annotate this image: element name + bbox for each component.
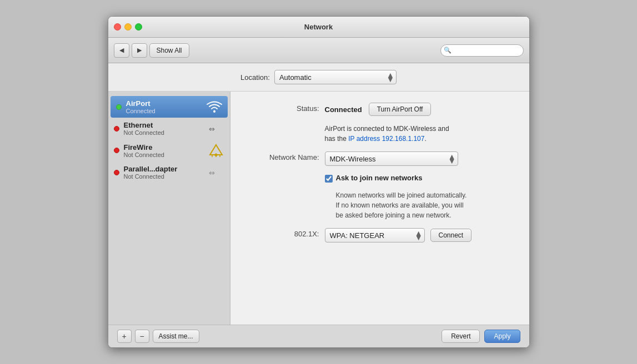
status-row: Status: Connected Turn AirPort Off [247,103,513,116]
svg-point-0 [213,110,215,113]
search-wrapper: 🔍 [440,44,524,57]
show-all-button[interactable]: Show All [149,43,189,58]
network-window: Network ◀ ▶ Show All 🔍 Location: Automat… [108,16,530,348]
network-name-select-wrapper: MDK-Wireless Other... Join Other Network… [325,151,458,166]
apply-button[interactable]: Apply [484,330,520,343]
location-bar: Location: Automatic Home Work Edit Locat… [108,63,529,92]
parallel-status: Not Connected [124,173,203,180]
network-name-select[interactable]: MDK-Wireless Other... Join Other Network… [325,151,458,166]
firewire-status: Not Connected [124,151,203,158]
bottom-left: + − Assist me... [117,330,199,343]
dot8021x-value: WPA: NETGEAR None ▲▼ Connect [325,228,513,242]
status-value-group: Connected Turn AirPort Off [325,103,513,116]
firewire-info: FireWire Not Connected [124,143,203,158]
ask-join-spacer [247,174,325,175]
airport-status-dot [116,104,122,110]
ethernet-status: Not Connected [124,129,203,136]
ethernet-icon: ⇔ [208,123,224,134]
svg-text:⇔: ⇔ [209,169,215,177]
ask-join-row: Ask to join new networks Known networks … [247,174,513,220]
ethernet-status-dot [114,126,119,132]
parallel-info: Parallel...dapter Not Connected [124,165,203,180]
network-name-row: Network Name: MDK-Wireless Other... Join… [247,151,513,166]
firewire-icon [208,143,224,158]
location-label: Location: [240,73,270,82]
main-content: AirPort Connected Ethernet Not Connected [108,92,529,325]
bottom-right: Revert Apply [442,330,520,343]
wifi-icon [207,101,222,113]
airport-name: AirPort [126,99,202,108]
status-connected: Connected [325,105,362,114]
sidebar-item-parallel[interactable]: Parallel...dapter Not Connected ⇔ [108,161,230,183]
sidebar: AirPort Connected Ethernet Not Connected [108,92,230,325]
dot8021x-select[interactable]: WPA: NETGEAR None [325,228,425,242]
titlebar: Network [108,17,529,38]
description-spacer [247,124,325,125]
location-select-wrapper: Automatic Home Work Edit Locations... ▲▼ [274,70,397,84]
ethernet-info: Ethernet Not Connected [124,121,203,136]
ask-join-description: Known networks will be joined automatica… [336,190,467,220]
airport-info: AirPort Connected [126,99,202,114]
toolbar: ◀ ▶ Show All 🔍 [108,38,529,63]
close-button[interactable] [114,23,121,31]
ethernet-name: Ethernet [124,121,203,129]
sidebar-item-ethernet[interactable]: Ethernet Not Connected ⇔ [108,118,230,139]
location-select[interactable]: Automatic Home Work Edit Locations... [274,70,397,84]
dot8021x-label: 802.1X: [247,228,325,238]
ip-address-link[interactable]: IP address 192.168.1.107 [348,135,424,143]
ask-join-value: Ask to join new networks Known networks … [325,174,513,220]
sidebar-item-firewire[interactable]: FireWire Not Connected [108,139,230,161]
dot8021x-row: 802.1X: WPA: NETGEAR None ▲▼ Connect [247,228,513,242]
sidebar-item-airport[interactable]: AirPort Connected [111,96,228,118]
remove-interface-button[interactable]: − [135,330,149,343]
bottom-bar: + − Assist me... Revert Apply [108,325,529,347]
revert-button[interactable]: Revert [442,330,480,343]
connect-button[interactable]: Connect [430,229,472,242]
ask-join-checkbox-row: Ask to join new networks [325,174,423,183]
svg-marker-2 [210,145,222,155]
search-input[interactable] [440,44,524,57]
search-icon: 🔍 [444,47,452,54]
svg-text:⇔: ⇔ [209,125,215,133]
maximize-button[interactable] [135,23,142,31]
toolbar-left: ◀ ▶ Show All [114,43,189,58]
ask-join-checkbox[interactable] [325,175,333,183]
firewire-status-dot [114,148,119,153]
turn-airport-off-button[interactable]: Turn AirPort Off [369,103,432,116]
description-value: AirPort is connected to MDK-Wireless and… [325,124,513,144]
add-interface-button[interactable]: + [117,330,132,343]
airport-status: Connected [126,108,202,114]
traffic-lights [114,23,142,31]
airport-description: AirPort is connected to MDK-Wireless and… [325,124,449,144]
network-name-label: Network Name: [247,151,325,161]
forward-button[interactable]: ▶ [132,43,147,58]
back-button[interactable]: ◀ [114,43,129,58]
ask-join-label: Ask to join new networks [336,174,423,182]
detail-panel: Status: Connected Turn AirPort Off AirPo… [230,92,529,325]
status-label: Status: [247,103,325,113]
window-title: Network [304,23,333,31]
assist-button[interactable]: Assist me... [153,330,199,343]
firewire-name: FireWire [124,143,203,151]
minimize-button[interactable] [124,23,132,31]
parallel-status-dot [114,170,119,175]
parallel-name: Parallel...dapter [124,165,203,173]
parallel-icon: ⇔ [208,167,224,178]
network-name-value: MDK-Wireless Other... Join Other Network… [325,151,513,166]
description-row: AirPort is connected to MDK-Wireless and… [247,124,513,144]
dot8021x-select-wrapper: WPA: NETGEAR None ▲▼ [325,228,425,242]
